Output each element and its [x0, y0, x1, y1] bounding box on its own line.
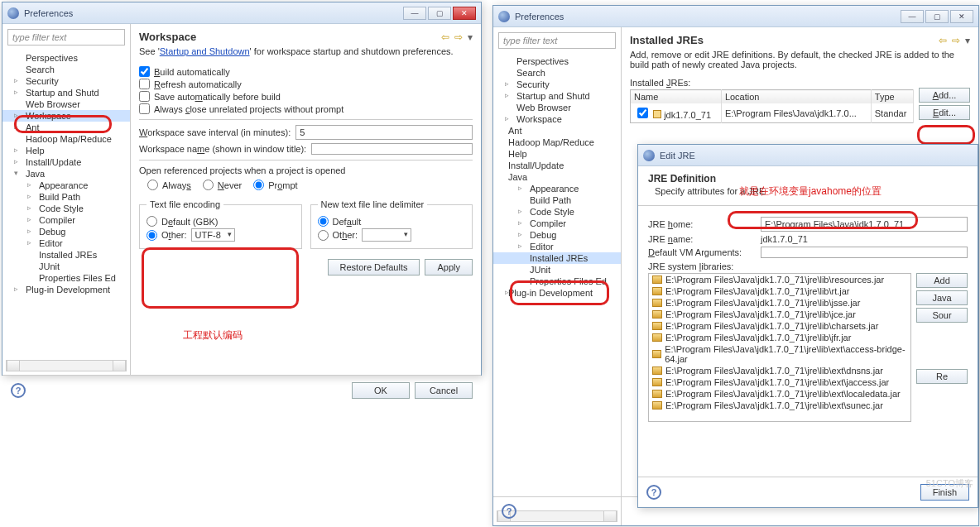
maximize-button[interactable]: ▢: [428, 7, 451, 20]
workspace-name-input[interactable]: [311, 143, 473, 155]
library-item[interactable]: E:\Program Files\Java\jdk1.7.0_71\jre\li…: [649, 376, 910, 388]
tree-item[interactable]: Workspace: [493, 113, 621, 125]
forward-icon[interactable]: ⇨: [952, 35, 960, 46]
library-item[interactable]: E:\Program Files\Java\jdk1.7.0_71\jre\li…: [649, 365, 910, 376]
tree-item[interactable]: Appearance: [493, 183, 621, 194]
tree-item[interactable]: Security: [2, 75, 130, 87]
titlebar[interactable]: Preferences — ▢ ✕: [2, 2, 481, 24]
tree-item[interactable]: Install/Update: [2, 156, 130, 168]
lib-javadoc-button[interactable]: Java: [916, 290, 968, 305]
build-auto-checkbox[interactable]: BBuild automaticallyuild automatically: [139, 66, 473, 77]
lib-source-button[interactable]: Sour: [916, 308, 968, 323]
preferences-tree[interactable]: Perspectives Search Security Startup and…: [493, 54, 621, 509]
minimize-button[interactable]: —: [901, 10, 924, 23]
library-item[interactable]: E:\Program Files\Java\jdk1.7.0_71\jre\li…: [649, 343, 910, 365]
jre-table[interactable]: NameLocationType jdk1.7.0_71 E:\Program …: [630, 89, 914, 123]
tree-item[interactable]: Code Style: [493, 206, 621, 218]
radio-enc-default[interactable]: Default (GBK): [147, 216, 295, 227]
radio-delim-other[interactable]: Other:: [318, 228, 466, 242]
titlebar[interactable]: Preferences — ▢ ✕: [493, 6, 978, 27]
tree-item[interactable]: Properties Files Ed: [2, 272, 130, 284]
jre-home-input[interactable]: E:\Program Files\Java\jdk1.7.0_71: [761, 217, 968, 232]
tree-item[interactable]: Debug: [493, 229, 621, 241]
maximize-button[interactable]: ▢: [925, 10, 949, 23]
tree-item[interactable]: Properties Files Ed: [493, 275, 621, 287]
tree-item-installed-jres[interactable]: Installed JREs: [493, 252, 621, 264]
tree-item[interactable]: Installed JREs: [2, 249, 130, 261]
tree-item[interactable]: Perspectives: [493, 55, 621, 67]
jre-row[interactable]: jdk1.7.0_71 E:\Program Files\Java\jdk1.7…: [631, 103, 914, 123]
startup-shutdown-link[interactable]: Startup and Shutdown: [160, 46, 250, 56]
lib-add-button[interactable]: Add: [916, 273, 968, 288]
apply-button[interactable]: Apply: [425, 259, 473, 275]
library-item[interactable]: E:\Program Files\Java\jdk1.7.0_71\jre\li…: [649, 309, 910, 320]
col-location[interactable]: Location: [721, 90, 871, 104]
tree-item[interactable]: Java: [493, 171, 621, 183]
add-jre-button[interactable]: Add...: [919, 88, 970, 103]
radio-always[interactable]: Always: [147, 180, 191, 190]
tree-item[interactable]: Hadoop Map/Reduce: [2, 133, 130, 145]
tree-item[interactable]: Code Style: [2, 203, 130, 214]
save-interval-input[interactable]: 5: [295, 125, 473, 140]
tree-item[interactable]: Security: [493, 79, 621, 90]
refresh-auto-checkbox[interactable]: Refresh automatically: [139, 79, 473, 89]
tree-item[interactable]: Compiler: [493, 218, 621, 229]
close-unrelated-checkbox[interactable]: Always close unrelated projects without …: [139, 103, 473, 114]
tree-item[interactable]: Hadoop Map/Reduce: [493, 137, 621, 148]
tree-item[interactable]: Editor: [493, 241, 621, 252]
library-item[interactable]: E:\Program Files\Java\jdk1.7.0_71\jre\li…: [649, 297, 910, 309]
delimiter-combo[interactable]: [362, 228, 411, 242]
tree-item[interactable]: Install/Update: [493, 160, 621, 171]
back-icon[interactable]: ⇦: [939, 35, 947, 46]
help-icon[interactable]: ?: [502, 504, 516, 519]
filter-input[interactable]: type filter text: [7, 29, 125, 46]
cancel-button[interactable]: Cancel: [415, 382, 473, 399]
default-vm-args-input[interactable]: [761, 247, 968, 258]
tree-item[interactable]: Web Browser: [493, 102, 621, 113]
library-item[interactable]: E:\Program Files\Java\jdk1.7.0_71\jre\li…: [649, 400, 910, 411]
horizontal-scrollbar[interactable]: [6, 360, 127, 371]
tree-item[interactable]: Compiler: [2, 214, 130, 226]
encoding-combo[interactable]: UTF-8: [191, 228, 235, 242]
radio-never[interactable]: Never: [203, 180, 242, 190]
titlebar[interactable]: Edit JRE: [638, 145, 978, 166]
minimize-button[interactable]: —: [403, 7, 426, 20]
tree-item[interactable]: Plug-in Development: [493, 287, 621, 299]
radio-prompt[interactable]: Prompt: [253, 180, 297, 190]
tree-item[interactable]: Plug-in Development: [2, 284, 130, 295]
help-icon[interactable]: ?: [11, 383, 26, 398]
tree-item[interactable]: Web Browser: [2, 98, 130, 110]
tree-item[interactable]: Startup and Shutd: [493, 90, 621, 102]
close-button[interactable]: ✕: [950, 10, 973, 23]
tree-item[interactable]: Editor: [2, 237, 130, 249]
library-item[interactable]: E:\Program Files\Java\jdk1.7.0_71\jre\li…: [649, 388, 910, 400]
tree-item[interactable]: Debug: [2, 226, 130, 237]
close-button[interactable]: ✕: [453, 7, 476, 20]
save-before-build-checkbox[interactable]: Save automatically before build: [139, 91, 473, 102]
tree-item[interactable]: Perspectives: [2, 52, 130, 64]
help-icon[interactable]: ?: [646, 485, 661, 500]
tree-item[interactable]: Search: [2, 64, 130, 75]
library-item[interactable]: E:\Program Files\Java\jdk1.7.0_71\jre\li…: [649, 285, 910, 297]
system-libraries-list[interactable]: E:\Program Files\Java\jdk1.7.0_71\jre\li…: [648, 273, 911, 422]
filter-input[interactable]: type filter text: [498, 32, 616, 49]
lib-remove-button[interactable]: Re: [916, 369, 968, 384]
tree-item-workspace[interactable]: Workspace: [2, 110, 130, 122]
preferences-tree[interactable]: Perspectives Search Security Startup and…: [2, 50, 130, 358]
library-item[interactable]: E:\Program Files\Java\jdk1.7.0_71\jre\li…: [649, 274, 910, 285]
forward-icon[interactable]: ⇨: [454, 31, 463, 43]
tree-item[interactable]: Search: [493, 67, 621, 79]
col-name[interactable]: Name: [631, 90, 722, 104]
tree-item[interactable]: Appearance: [2, 180, 130, 191]
edit-jre-button[interactable]: Edit...: [919, 105, 970, 120]
tree-item[interactable]: Ant: [2, 122, 130, 133]
tree-item[interactable]: JUnit: [493, 264, 621, 275]
ok-button[interactable]: OK: [352, 382, 410, 399]
tree-item[interactable]: Build Path: [2, 191, 130, 203]
tree-item[interactable]: Startup and Shutd: [2, 87, 130, 98]
library-item[interactable]: E:\Program Files\Java\jdk1.7.0_71\jre\li…: [649, 320, 910, 332]
tree-item[interactable]: Help: [2, 145, 130, 156]
radio-delim-default[interactable]: Default: [318, 216, 466, 227]
tree-item[interactable]: Help: [493, 148, 621, 160]
tree-item[interactable]: Ant: [493, 125, 621, 137]
